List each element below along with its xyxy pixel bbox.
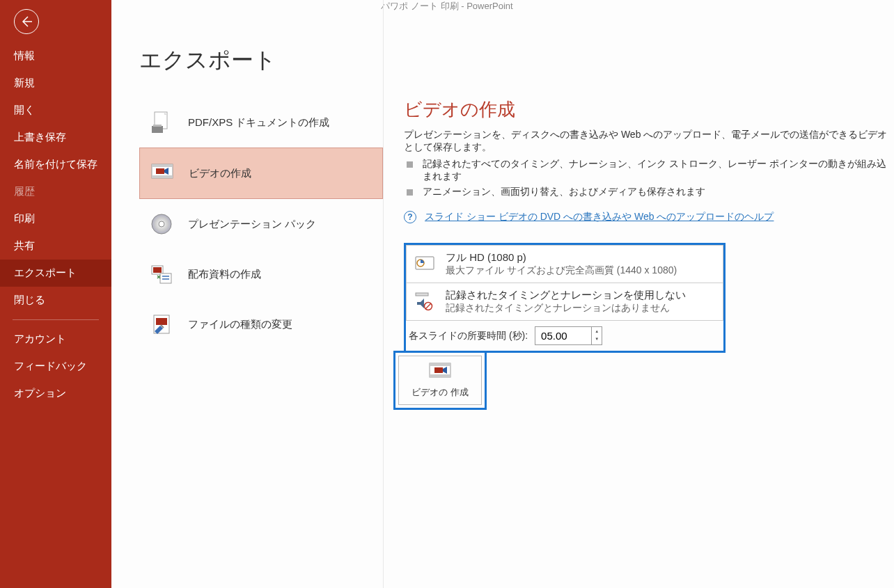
svg-rect-15 <box>156 318 167 325</box>
title-bar: パワポ ノート 印刷 - PowerPoint <box>0 0 894 13</box>
create-video-highlight-box: ビデオの 作成 <box>393 351 487 410</box>
help-link[interactable]: スライド ショー ビデオの DVD への書き込みや Web へのアップロードのヘ… <box>425 211 774 223</box>
sidebar-item-1[interactable]: 新規 <box>0 70 111 97</box>
sidebar-item2-0[interactable]: アカウント <box>0 326 111 353</box>
timing-subtitle: 記録されたタイミングとナレーションはありません <box>446 302 716 315</box>
sidebar-item2-1[interactable]: フィードバック <box>0 353 111 380</box>
detail-title: ビデオの作成 <box>404 97 894 122</box>
bullet-text: アニメーション、画面切り替え、およびメディアも保存されます <box>423 186 705 198</box>
sidebar-item-2[interactable]: 開く <box>0 97 111 124</box>
export-option-label: ビデオの作成 <box>189 167 251 180</box>
detail-bullet-0: 記録されたすべてのタイミング、ナレーション、インク ストローク、レーザー ポイン… <box>407 158 894 183</box>
export-option-1[interactable]: ビデオの作成 <box>139 148 383 199</box>
duration-spinner[interactable]: ▲ ▼ <box>535 326 602 345</box>
svg-rect-6 <box>156 168 164 174</box>
svg-rect-1 <box>152 126 163 133</box>
resolution-subtitle: 最大ファイル サイズおよび完全高画質 (1440 x 1080) <box>446 264 716 277</box>
handout-icon <box>149 262 174 287</box>
spinner-up-button[interactable]: ▲ <box>592 327 602 335</box>
sidebar-item-4[interactable]: 名前を付けて保存 <box>0 151 111 178</box>
create-video-button-label: ビデオの 作成 <box>411 387 469 399</box>
page-title: エクスポート <box>139 45 276 76</box>
sidebar-item-0[interactable]: 情報 <box>0 42 111 70</box>
svg-rect-18 <box>416 293 428 296</box>
svg-rect-11 <box>160 273 171 283</box>
sidebar-item2-2[interactable]: オプション <box>0 380 111 407</box>
export-option-label: PDF/XPS ドキュメントの作成 <box>188 116 329 129</box>
bullet-square-icon <box>407 189 413 196</box>
spinner-down-button[interactable]: ▼ <box>592 335 602 342</box>
arrow-left-icon <box>19 15 33 29</box>
settings-highlight-box: フル HD (1080 p) 最大ファイル サイズおよび完全高画質 (1440 … <box>404 243 726 353</box>
export-option-0[interactable]: PDF/XPS ドキュメントの作成 <box>139 97 383 148</box>
sidebar-divider <box>13 319 99 320</box>
pdf-icon <box>149 110 174 135</box>
svg-rect-23 <box>430 374 450 377</box>
detail-bullet-1: アニメーション、画面切り替え、およびメディアも保存されます <box>407 186 894 198</box>
svg-rect-16 <box>416 257 434 269</box>
sidebar-item-8[interactable]: エクスポート <box>0 260 111 287</box>
svg-line-20 <box>425 303 431 309</box>
detail-description: プレゼンテーションを、ディスクへの書き込みや Web へのアップロード、電子メー… <box>404 129 894 154</box>
resolution-title: フル HD (1080 p) <box>446 251 716 264</box>
changefile-icon <box>149 312 174 337</box>
svg-rect-10 <box>153 267 162 273</box>
vertical-divider <box>383 0 384 588</box>
sidebar-item-5: 履歴 <box>0 178 111 205</box>
create-video-button[interactable]: ビデオの 作成 <box>398 356 482 405</box>
duration-input[interactable] <box>535 327 591 344</box>
narration-disabled-icon <box>414 291 436 313</box>
svg-rect-24 <box>434 367 443 373</box>
timing-dropdown[interactable]: 記録されたタイミングとナレーションを使用しない 記録されたタイミングとナレーショ… <box>406 283 723 321</box>
sidebar-item-7[interactable]: 共有 <box>0 232 111 260</box>
help-icon: ? <box>404 211 416 223</box>
export-option-4[interactable]: ファイルの種類の変更 <box>139 299 383 349</box>
svg-rect-2 <box>153 125 162 127</box>
sidebar-item-6[interactable]: 印刷 <box>0 205 111 232</box>
export-option-label: 配布資料の作成 <box>188 268 261 281</box>
bullet-square-icon <box>407 161 413 168</box>
sidebar-item-9[interactable]: 閉じる <box>0 287 111 314</box>
svg-point-8 <box>159 221 164 227</box>
backstage-sidebar: 情報新規開く上書き保存名前を付けて保存履歴印刷共有エクスポート閉じる アカウント… <box>0 0 111 588</box>
svg-rect-22 <box>430 363 450 366</box>
detail-pane: ビデオの作成 プレゼンテーションを、ディスクへの書き込みや Web へのアップロ… <box>383 97 894 588</box>
resolution-dropdown[interactable]: フル HD (1080 p) 最大ファイル サイズおよび完全高画質 (1440 … <box>406 245 723 283</box>
monitor-icon <box>414 253 436 276</box>
export-option-label: プレゼンテーション パック <box>188 218 316 231</box>
duration-label: 各スライドの所要時間 (秒): <box>409 330 528 342</box>
export-options-list: PDF/XPS ドキュメントの作成ビデオの作成プレゼンテーション パック配布資料… <box>139 97 383 588</box>
svg-rect-4 <box>152 164 173 167</box>
sidebar-item-3[interactable]: 上書き保存 <box>0 124 111 151</box>
svg-rect-5 <box>152 175 173 178</box>
export-option-2[interactable]: プレゼンテーション パック <box>139 199 383 249</box>
timing-title: 記録されたタイミングとナレーションを使用しない <box>446 289 716 302</box>
video-icon <box>150 161 175 186</box>
bullet-text: 記録されたすべてのタイミング、ナレーション、インク ストローク、レーザー ポイン… <box>423 158 894 183</box>
export-option-label: ファイルの種類の変更 <box>188 318 292 331</box>
export-option-3[interactable]: 配布資料の作成 <box>139 249 383 299</box>
cd-icon <box>149 212 174 237</box>
video-filmstrip-icon <box>428 362 453 384</box>
